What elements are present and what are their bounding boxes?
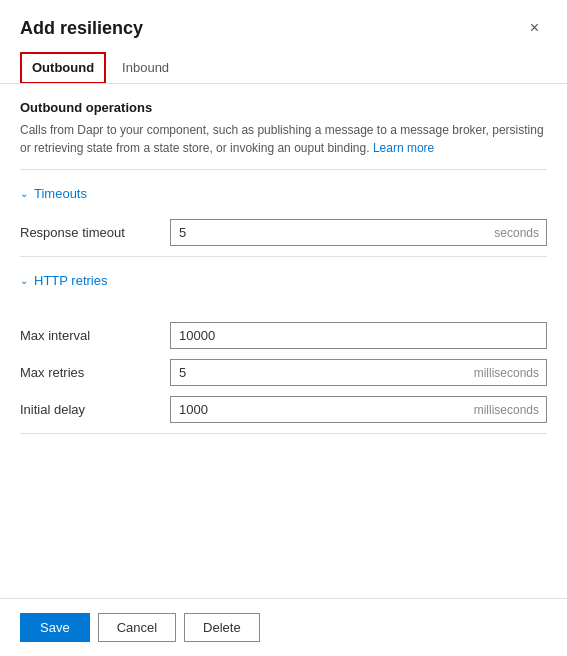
http-retries-label: HTTP retries: [34, 273, 107, 288]
spacing: [20, 296, 547, 312]
response-timeout-input[interactable]: [170, 219, 547, 246]
timeouts-section-header[interactable]: ⌄ Timeouts: [20, 178, 547, 209]
tab-bar: Outbound Inbound: [0, 52, 567, 84]
response-timeout-group: Response timeout seconds: [20, 219, 547, 246]
max-interval-group: Max interval: [20, 322, 547, 349]
delete-button[interactable]: Delete: [184, 613, 260, 642]
divider-1: [20, 169, 547, 170]
max-interval-input[interactable]: [170, 322, 547, 349]
divider-3: [20, 433, 547, 434]
timeouts-label: Timeouts: [34, 186, 87, 201]
initial-delay-input-wrapper: milliseconds: [170, 396, 547, 423]
dialog-header: Add resiliency ×: [0, 0, 567, 52]
initial-delay-label: Initial delay: [20, 402, 170, 417]
tab-outbound[interactable]: Outbound: [20, 52, 106, 83]
save-button[interactable]: Save: [20, 613, 90, 642]
response-timeout-label: Response timeout: [20, 225, 170, 240]
max-interval-label: Max interval: [20, 328, 170, 343]
desc-text: Calls from Dapr to your component, such …: [20, 123, 544, 155]
outbound-section-title: Outbound operations: [20, 100, 547, 115]
dialog-title: Add resiliency: [20, 18, 143, 39]
cancel-button[interactable]: Cancel: [98, 613, 176, 642]
learn-more-link[interactable]: Learn more: [373, 141, 434, 155]
content-area: Outbound operations Calls from Dapr to y…: [0, 84, 567, 598]
divider-2: [20, 256, 547, 257]
tab-inbound[interactable]: Inbound: [110, 52, 181, 83]
max-retries-group: Max retries milliseconds: [20, 359, 547, 386]
http-retries-chevron-icon: ⌄: [20, 275, 28, 286]
outbound-section-desc: Calls from Dapr to your component, such …: [20, 121, 547, 157]
close-button[interactable]: ×: [522, 16, 547, 40]
max-retries-label: Max retries: [20, 365, 170, 380]
initial-delay-input[interactable]: [170, 396, 547, 423]
timeouts-chevron-icon: ⌄: [20, 188, 28, 199]
dialog-footer: Save Cancel Delete: [0, 598, 567, 656]
initial-delay-group: Initial delay milliseconds: [20, 396, 547, 423]
dialog: Add resiliency × Outbound Inbound Outbou…: [0, 0, 567, 656]
max-retries-input-wrapper: milliseconds: [170, 359, 547, 386]
response-timeout-input-wrapper: seconds: [170, 219, 547, 246]
http-retries-section-header[interactable]: ⌄ HTTP retries: [20, 265, 547, 296]
max-retries-input[interactable]: [170, 359, 547, 386]
max-interval-input-wrapper: [170, 322, 547, 349]
